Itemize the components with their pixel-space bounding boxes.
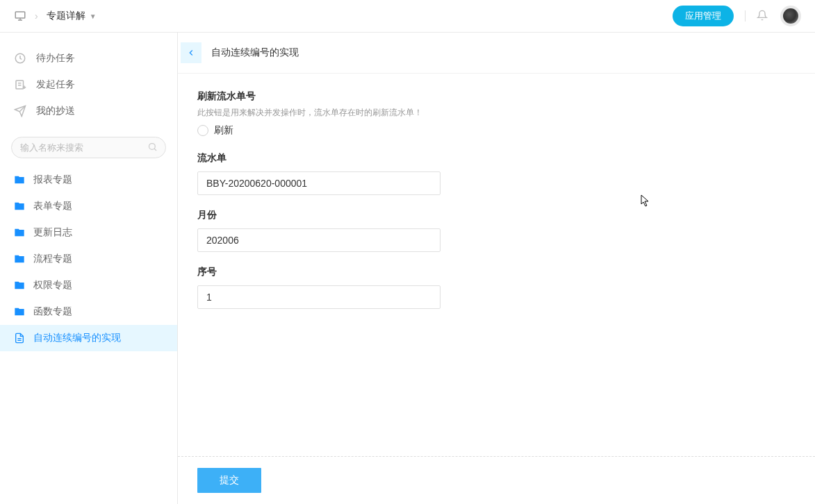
header-actions: 应用管理 [673,6,801,26]
seq-label: 序号 [197,266,796,278]
folder-label: 函数专题 [33,305,72,318]
sidebar-item-changelog[interactable]: 更新日志 [0,219,177,246]
search-input[interactable] [11,137,166,158]
sidebar-item-workflow[interactable]: 流程专题 [0,246,177,272]
folder-label: 自动连续编号的实现 [33,332,121,344]
app-manage-button[interactable]: 应用管理 [673,6,734,26]
folder-icon [14,306,25,317]
folder-label: 表单专题 [33,200,72,212]
folder-label: 流程专题 [33,253,72,265]
nav-cc[interactable]: 我的抄送 [0,98,177,124]
clock-icon [14,52,26,65]
form-footer: 提交 [178,456,815,504]
bell-icon[interactable] [757,10,769,22]
svg-line-10 [154,149,156,151]
seq-input[interactable] [197,285,441,309]
nav-label: 我的抄送 [36,105,75,117]
submit-button[interactable]: 提交 [197,468,261,493]
content-header: 自动连续编号的实现 [178,33,815,74]
chevron-right-icon: › [35,10,38,22]
folder-list: 报表专题 表单专题 更新日志 流程专题 权限专题 函数专题 [0,167,177,351]
main-container: 待办任务 发起任务 我的抄送 报表专题 [0,33,815,504]
folder-icon [14,201,25,212]
folder-icon [14,174,25,185]
folder-icon [14,227,25,238]
folder-icon [14,253,25,264]
top-header: › 专题详解 ▼ 应用管理 [0,0,815,33]
refresh-section: 刷新流水单号 此按钮是用来解决并发操作时，流水单存在时的刷新流水单！ 刷新 [197,90,796,137]
folder-label: 权限专题 [33,279,72,292]
nav-todo[interactable]: 待办任务 [0,45,177,72]
list-plus-icon [14,78,26,91]
nav-label: 待办任务 [36,52,75,65]
serial-label: 流水单 [197,152,796,165]
refresh-radio[interactable]: 刷新 [197,124,796,137]
svg-rect-0 [15,12,25,18]
breadcrumb-label: 专题详解 [47,10,85,22]
page-title: 自动连续编号的实现 [211,47,299,59]
search-icon [147,142,158,154]
refresh-title: 刷新流水单号 [197,90,796,103]
back-button[interactable] [181,42,201,63]
caret-down-icon: ▼ [90,12,97,20]
sidebar-item-forms[interactable]: 表单专题 [0,193,177,219]
serial-input[interactable] [197,171,441,195]
paper-plane-icon [14,105,26,117]
breadcrumb-dropdown[interactable]: 专题详解 ▼ [47,10,97,22]
refresh-hint: 此按钮是用来解决并发操作时，流水单存在时的刷新流水单！ [197,107,796,119]
avatar[interactable] [780,6,801,26]
nav-start[interactable]: 发起任务 [0,72,177,98]
sidebar: 待办任务 发起任务 我的抄送 报表专题 [0,33,178,504]
sidebar-item-auto-number[interactable]: 自动连续编号的实现 [0,325,177,351]
folder-icon [14,280,25,291]
divider [745,10,746,22]
sidebar-item-permissions[interactable]: 权限专题 [0,272,177,299]
sidebar-item-functions[interactable]: 函数专题 [0,299,177,325]
folder-label: 更新日志 [33,226,72,239]
month-label: 月份 [197,209,796,221]
form-area: 刷新流水单号 此按钮是用来解决并发操作时，流水单存在时的刷新流水单！ 刷新 流水… [178,74,815,456]
nav-label: 发起任务 [36,78,75,91]
breadcrumb: › 专题详解 ▼ [14,10,97,22]
radio-icon [197,125,208,136]
search-box [11,137,166,158]
radio-label: 刷新 [214,124,233,137]
svg-point-9 [149,143,156,149]
content-area: 自动连续编号的实现 刷新流水单号 此按钮是用来解决并发操作时，流水单存在时的刷新… [178,33,815,504]
file-icon [14,333,25,344]
month-input[interactable] [197,228,441,252]
monitor-icon[interactable] [14,10,26,22]
sidebar-item-reports[interactable]: 报表专题 [0,167,177,193]
folder-label: 报表专题 [33,174,72,186]
